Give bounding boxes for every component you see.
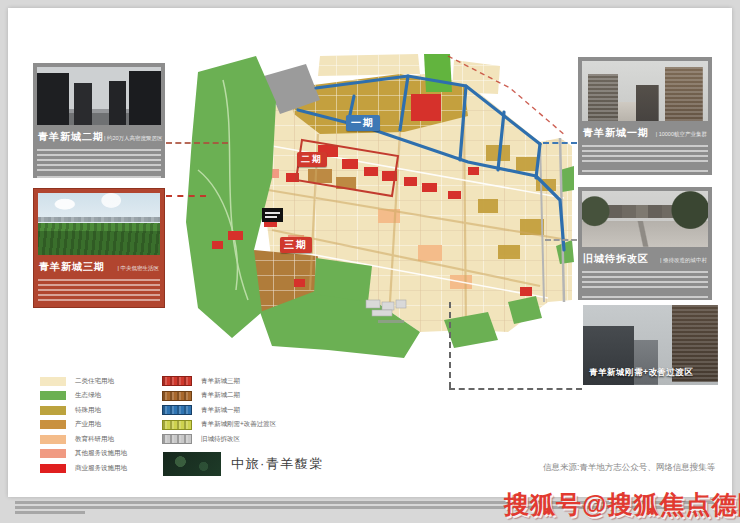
source-note: 信息来源:青羊地方志公众号、网络信息搜集等 — [543, 462, 715, 474]
brand-logo: 中旅·青羊馥棠 — [163, 452, 324, 476]
connector-phase1 — [543, 142, 577, 144]
legend-label: 青羊新城三期 — [201, 377, 240, 386]
legend-label: 青羊新城刚需+改善过渡区 — [201, 420, 276, 429]
legend-label: 生态绿地 — [75, 391, 101, 400]
panel-oldtown: 旧城待拆改区 | 亟待改造的城中村 — [578, 187, 712, 300]
legend-swatch — [40, 420, 66, 429]
disclaimer-line — [15, 511, 85, 514]
legend-row: 其他服务设施用地 — [40, 449, 127, 459]
phase1-bodytext — [582, 145, 708, 165]
sohu-watermark: 搜狐号@搜狐焦点德阳站 — [504, 488, 740, 521]
legend-label: 产业用地 — [75, 420, 101, 429]
legend-label: 其他服务设施用地 — [75, 449, 127, 458]
oldtown-photo — [582, 191, 708, 247]
phase2-title: 青羊新城二期 — [38, 130, 104, 144]
legend-swatch — [40, 449, 66, 458]
legend-label: 商业服务设施用地 — [75, 464, 127, 473]
legend-row: 青羊新城三期 — [162, 376, 276, 386]
legend-row: 特殊用地 — [40, 405, 127, 415]
legend-label: 教育科研用地 — [75, 435, 114, 444]
legend-swatch — [162, 434, 192, 444]
connector-transition-h — [449, 388, 582, 390]
phase1-subtitle: | 10000航空产业集群 — [656, 131, 707, 138]
map-chip-phase3: 三期 — [280, 237, 312, 253]
legend-swatch — [162, 391, 192, 401]
connector-oldtown — [545, 239, 577, 241]
legend-label: 旧城待拆改区 — [201, 435, 240, 444]
legend-row: 教育科研用地 — [40, 434, 127, 444]
connector-phase3 — [166, 195, 206, 197]
phase2-subtitle: | 约20万人高密度聚居区 — [104, 135, 163, 142]
phase3-photo — [38, 193, 160, 255]
legend-swatch — [40, 391, 66, 400]
phase2-bodytext2 — [37, 176, 161, 188]
phase2-photo — [37, 67, 161, 125]
legend-swatch — [40, 406, 66, 415]
phase1-bodytext2 — [582, 170, 708, 184]
planning-map — [168, 50, 574, 395]
legend-regions: 青羊新城三期 青羊新城二期 青羊新城一期 青羊新城刚需+改善过渡区 旧城待拆改区 — [162, 376, 276, 444]
legend-swatch — [40, 464, 66, 473]
panel-phase2: 青羊新城二期 | 约20万人高密度聚居区 — [33, 63, 165, 178]
map-chip-phase1: 一期 — [346, 115, 380, 131]
oldtown-subtitle: | 亟待改造的城中村 — [660, 257, 707, 264]
oldtown-bodytext — [582, 271, 708, 291]
connector-transition-v — [449, 302, 451, 388]
oldtown-title: 旧城待拆改区 — [583, 252, 649, 266]
legend-row: 青羊新城一期 — [162, 405, 276, 415]
legend-row: 青羊新城刚需+改善过渡区 — [162, 420, 276, 430]
phase2-bodytext — [37, 149, 161, 171]
connector-phase2 — [166, 142, 228, 144]
legend-label: 二类住宅用地 — [75, 377, 114, 386]
legend-row: 产业用地 — [40, 420, 127, 430]
legend-swatch — [40, 377, 66, 386]
phase1-title: 青羊新城一期 — [583, 126, 649, 140]
phase3-subtitle: | 中央低密生活区 — [118, 265, 159, 272]
map-chip-phase2: 二期 — [297, 152, 327, 167]
phase3-bodytext — [38, 279, 160, 303]
phase3-title: 青羊新城三期 — [39, 260, 105, 274]
poster-stage: 一期 二期 三期 青羊新城二期 | 约20万人高密度聚居区 青羊新城三期 | 中… — [0, 0, 740, 523]
brand-logo-image — [163, 452, 221, 476]
panel-transition: 青羊新城刚需+改善过渡区 — [583, 305, 718, 385]
legend-row: 二类住宅用地 — [40, 376, 127, 386]
panel-phase1: 青羊新城一期 | 10000航空产业集群 — [578, 57, 712, 175]
legend-swatch — [162, 405, 192, 415]
legend-row: 生态绿地 — [40, 391, 127, 401]
legend-row: 商业服务设施用地 — [40, 463, 127, 473]
phase1-photo — [582, 61, 708, 121]
legend-row: 旧城待拆改区 — [162, 434, 276, 444]
legend-swatch — [40, 435, 66, 444]
legend-label: 青羊新城一期 — [201, 406, 240, 415]
panel-phase3: 青羊新城三期 | 中央低密生活区 — [33, 188, 165, 308]
legend-swatch — [162, 420, 192, 430]
legend-row: 青羊新城二期 — [162, 391, 276, 401]
brand-logo-text: 中旅·青羊馥棠 — [231, 455, 324, 473]
legend-land-use: 二类住宅用地 生态绿地 特殊用地 产业用地 教育科研用地 其他服务设施用地 商业… — [40, 376, 127, 473]
legend-label: 特殊用地 — [75, 406, 101, 415]
legend-label: 青羊新城二期 — [201, 391, 240, 400]
legend-swatch — [162, 376, 192, 386]
transition-photo: 青羊新城刚需+改善过渡区 — [583, 305, 718, 385]
phase3-bodytext2 — [38, 308, 160, 320]
transition-caption: 青羊新城刚需+改善过渡区 — [589, 367, 693, 379]
